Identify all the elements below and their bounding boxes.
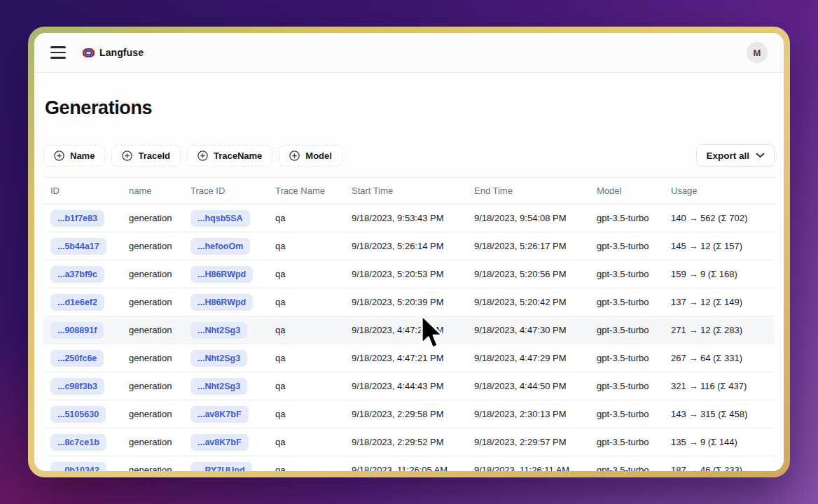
filter-button-name[interactable]: Name (43, 145, 105, 167)
cell-name: generation (122, 344, 183, 372)
cell-model: gpt-3.5-turbo (590, 232, 664, 260)
filter-button-traceid[interactable]: TraceId (111, 145, 181, 167)
cell-start-time: 9/18/2023, 5:20:53 PM (345, 260, 467, 288)
cell-usage: 145 → 12 (Σ 157) (664, 232, 775, 260)
trace-id-link[interactable]: ...av8K7bF (190, 434, 249, 451)
table-row[interactable]: ...d1e6ef2 generation ...H86RWpd qa 9/18… (43, 288, 775, 316)
filter-button-tracename[interactable]: TraceName (187, 145, 272, 167)
filter-label: Name (70, 150, 95, 161)
cell-name: generation (122, 260, 183, 288)
generation-id-link[interactable]: ...8c7ce1b (50, 434, 106, 451)
table-row[interactable]: ...5105630 generation ...av8K7bF qa 9/18… (43, 400, 775, 428)
cell-start-time: 9/18/2023, 2:29:52 PM (345, 428, 467, 456)
table-row[interactable]: ...c98f3b3 generation ...Nht2Sg3 qa 9/18… (43, 372, 775, 400)
generation-id-link[interactable]: ...5105630 (50, 406, 106, 423)
plus-circle-icon (197, 150, 208, 161)
cell-end-time: 9/18/2023, 4:47:30 PM (467, 316, 590, 344)
cell-name: generation (122, 288, 183, 316)
filter-label: TraceId (138, 150, 170, 161)
trace-id-link[interactable]: ...H86RWpd (190, 266, 253, 283)
cell-model: gpt-3.5-turbo (590, 204, 664, 232)
app-window: Langfuse M Generations Name TraceId (28, 27, 790, 477)
generation-id-link[interactable]: ...0b10342 (50, 462, 106, 472)
column-header-trace-name: Trace Name (268, 178, 345, 204)
cell-model: gpt-3.5-turbo (590, 260, 664, 288)
table-row[interactable]: ...5b44a17 generation ...hefooOm qa 9/18… (43, 232, 775, 260)
column-header-trace-id: Trace ID (183, 178, 268, 204)
trace-id-link[interactable]: ...Nht2Sg3 (190, 350, 247, 367)
table-row-hovered[interactable]: ...908891f generation ...Nht2Sg3 qa 9/18… (43, 316, 775, 344)
table-row[interactable]: ...0b10342 generation ...RY7UUpd qa 9/18… (43, 456, 775, 472)
cell-model: gpt-3.5-turbo (590, 344, 664, 372)
cell-end-time: 9/18/2023, 5:20:56 PM (467, 260, 590, 288)
user-avatar[interactable]: M (747, 42, 768, 63)
brand[interactable]: Langfuse (83, 47, 144, 58)
generation-id-link[interactable]: ...250fc6e (50, 350, 104, 367)
column-header-start-time: Start Time (345, 178, 467, 204)
generation-id-link[interactable]: ...c98f3b3 (50, 378, 104, 395)
cell-start-time: 9/18/2023, 4:47:21 PM (345, 344, 467, 372)
table-row[interactable]: ...250fc6e generation ...Nht2Sg3 qa 9/18… (43, 344, 775, 372)
cell-trace-name: qa (268, 288, 345, 316)
cell-end-time: 9/18/2023, 4:47:29 PM (467, 344, 590, 372)
cell-trace-name: qa (268, 428, 345, 456)
page-title: Generations (45, 97, 775, 119)
trace-id-link[interactable]: ...hefooOm (190, 238, 250, 255)
chevron-down-icon (756, 153, 765, 158)
trace-id-link[interactable]: ...hqsb5SA (190, 210, 250, 227)
cell-usage: 140 → 562 (Σ 702) (664, 204, 775, 232)
cell-usage: 137 → 12 (Σ 149) (664, 288, 775, 316)
cell-model: gpt-3.5-turbo (590, 456, 664, 472)
column-header-model: Model (590, 178, 664, 204)
cell-name: generation (122, 204, 183, 232)
cell-trace-name: qa (268, 344, 345, 372)
cell-model: gpt-3.5-turbo (590, 372, 664, 400)
cell-trace-name: qa (268, 204, 345, 232)
cell-usage: 321 → 116 (Σ 437) (664, 372, 775, 400)
export-all-label: Export all (706, 150, 749, 161)
generation-id-link[interactable]: ...d1e6ef2 (50, 294, 104, 311)
trace-id-link[interactable]: ...av8K7bF (190, 406, 249, 423)
cell-usage: 135 → 9 (Σ 144) (664, 428, 775, 456)
brand-name: Langfuse (99, 47, 144, 58)
trace-id-link[interactable]: ...RY7UUpd (190, 462, 252, 472)
cell-end-time: 9/18/2023, 2:29:57 PM (467, 428, 590, 456)
app-surface: Langfuse M Generations Name TraceId (34, 33, 784, 471)
export-all-button[interactable]: Export all (696, 144, 775, 167)
column-header-end-time: End Time (467, 178, 590, 204)
trace-id-link[interactable]: ...Nht2Sg3 (190, 378, 247, 395)
table-row[interactable]: ...8c7ce1b generation ...av8K7bF qa 9/18… (43, 428, 775, 456)
plus-circle-icon (54, 150, 64, 161)
cell-end-time: 9/18/2023, 5:26:17 PM (467, 232, 590, 260)
trace-id-link[interactable]: ...H86RWpd (190, 294, 253, 311)
cell-model: gpt-3.5-turbo (590, 316, 664, 344)
cell-trace-name: qa (268, 400, 345, 428)
column-header-name: name (122, 178, 183, 204)
filter-label: TraceName (214, 150, 262, 161)
plus-circle-icon (122, 150, 132, 161)
filter-button-model[interactable]: Model (279, 145, 342, 167)
cell-model: gpt-3.5-turbo (590, 428, 664, 456)
generation-id-link[interactable]: ...5b44a17 (50, 238, 106, 255)
cell-start-time: 9/18/2023, 5:26:14 PM (345, 232, 467, 260)
table-header: ID name Trace ID Trace Name Start Time E… (43, 178, 775, 204)
cell-end-time: 9/18/2023, 2:30:13 PM (467, 400, 590, 428)
filter-label: Model (305, 150, 332, 161)
menu-icon[interactable] (50, 46, 66, 59)
cell-usage: 267 → 64 (Σ 331) (664, 344, 775, 372)
table-row[interactable]: ...a37bf9c generation ...H86RWpd qa 9/18… (43, 260, 775, 288)
cell-trace-name: qa (268, 316, 345, 344)
trace-id-link[interactable]: ...Nht2Sg3 (190, 322, 247, 339)
cell-trace-name: qa (268, 372, 345, 400)
cell-name: generation (122, 372, 183, 400)
cell-end-time: 9/18/2023, 4:44:50 PM (467, 372, 590, 400)
cell-model: gpt-3.5-turbo (590, 400, 664, 428)
generation-id-link[interactable]: ...908891f (50, 322, 104, 339)
cell-usage: 187 → 46 (Σ 233) (664, 456, 775, 472)
cell-end-time: 9/18/2023, 11:26:11 AM (467, 456, 590, 472)
generation-id-link[interactable]: ...a37bf9c (50, 266, 104, 283)
cell-start-time: 9/18/2023, 4:44:43 PM (345, 372, 467, 400)
generation-id-link[interactable]: ...b1f7e83 (50, 210, 104, 227)
table-row[interactable]: ...b1f7e83 generation ...hqsb5SA qa 9/18… (43, 204, 775, 232)
topbar: Langfuse M (34, 33, 784, 73)
